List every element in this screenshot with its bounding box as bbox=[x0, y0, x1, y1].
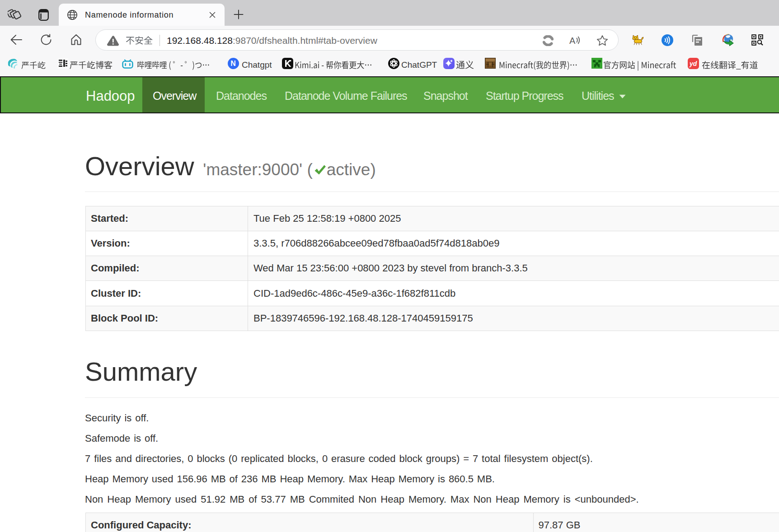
svg-text:yd: yd bbox=[689, 60, 697, 67]
svg-text:A: A bbox=[569, 36, 576, 46]
svg-text:N: N bbox=[230, 60, 236, 67]
